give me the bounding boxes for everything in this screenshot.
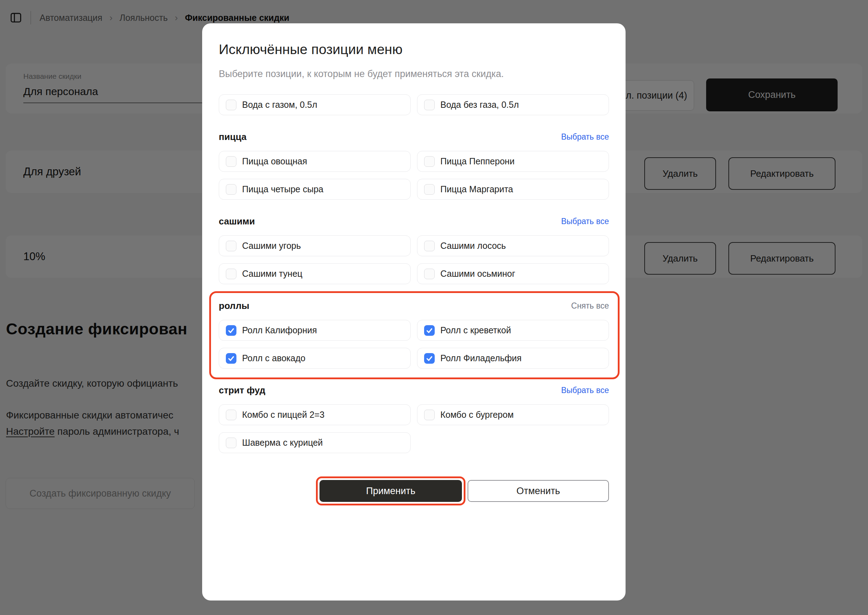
group-items-grid: Вода с газом, 0.5лВода без газа, 0.5л (219, 94, 609, 115)
checkbox-checked-icon[interactable] (424, 325, 435, 336)
group-items-grid: Ролл КалифорнияРолл с креветкойРолл с ав… (219, 320, 609, 368)
menu-item-checkbox-card[interactable]: Пицца Пепперони (417, 151, 609, 172)
checkbox-unchecked-icon[interactable] (226, 241, 236, 251)
select-all-link[interactable]: Выбрать все (561, 132, 609, 142)
menu-item-label: Пицца Пепперони (440, 156, 515, 167)
menu-item-label: Пицца Маргарита (440, 184, 513, 194)
modal-title: Исключённые позиции меню (219, 42, 609, 57)
menu-item-label: Ролл Калифорния (242, 325, 317, 336)
select-all-link[interactable]: Выбрать все (561, 217, 609, 226)
select-all-link[interactable]: Выбрать все (561, 386, 609, 395)
menu-group-пицца: пиццаВыбрать всеПицца овощнаяПицца Пеппе… (219, 131, 609, 200)
menu-group-стрит фуд: стрит фудВыбрать всеКомбо с пиццей 2=3Ко… (219, 385, 609, 453)
menu-group: Вода с газом, 0.5лВода без газа, 0.5л (219, 94, 609, 115)
group-header: сашимиВыбрать все (219, 216, 609, 227)
excluded-positions-modal: Исключённые позиции меню Выберите позици… (202, 23, 626, 601)
checkbox-unchecked-icon[interactable] (226, 100, 236, 110)
menu-item-checkbox-card[interactable]: Комбо с бургером (417, 404, 609, 425)
menu-item-label: Сашими тунец (242, 268, 303, 279)
checkbox-unchecked-icon[interactable] (424, 100, 435, 110)
group-header: стрит фудВыбрать все (219, 385, 609, 396)
checkbox-checked-icon[interactable] (226, 325, 236, 336)
modal-footer: Применить Отменить (219, 480, 609, 502)
checkbox-unchecked-icon[interactable] (424, 184, 435, 195)
menu-item-checkbox-card[interactable]: Сашими тунец (219, 263, 411, 284)
group-name: пицца (219, 131, 246, 142)
checkbox-unchecked-icon[interactable] (424, 241, 435, 251)
menu-item-label: Пицца четыре сыра (242, 184, 323, 194)
menu-item-label: Сашими лосось (440, 241, 506, 251)
checkbox-unchecked-icon[interactable] (424, 268, 435, 279)
menu-item-label: Ролл с креветкой (440, 325, 511, 336)
menu-item-checkbox-card[interactable]: Сашими осьминог (417, 263, 609, 284)
menu-item-checkbox-card[interactable]: Пицца четыре сыра (219, 179, 411, 200)
group-header: роллыСнять все (219, 300, 609, 311)
menu-item-checkbox-card[interactable]: Комбо с пиццей 2=3 (219, 404, 411, 425)
group-items-grid: Пицца овощнаяПицца ПепперониПицца четыре… (219, 151, 609, 200)
menu-group-сашими: сашимиВыбрать всеСашими угорьСашими лосо… (219, 216, 609, 284)
checkbox-unchecked-icon[interactable] (424, 410, 435, 420)
menu-item-checkbox-card[interactable]: Пицца овощная (219, 151, 411, 172)
menu-item-checkbox-card[interactable]: Сашими угорь (219, 236, 411, 256)
group-name: роллы (219, 300, 249, 311)
checkbox-unchecked-icon[interactable] (226, 437, 236, 448)
checkbox-unchecked-icon[interactable] (226, 184, 236, 195)
cancel-button[interactable]: Отменить (468, 480, 609, 502)
group-header: пиццаВыбрать все (219, 131, 609, 142)
checkbox-unchecked-icon[interactable] (424, 156, 435, 167)
group-name: стрит фуд (219, 385, 265, 396)
menu-item-checkbox-card[interactable]: Пицца Маргарита (417, 179, 609, 200)
menu-item-label: Ролл Филадельфия (440, 353, 521, 363)
page: Автоматизация›Лояльность›Фиксированные с… (0, 0, 868, 615)
group-items-grid: Комбо с пиццей 2=3Комбо с бургеромШаверм… (219, 404, 609, 453)
group-name: сашими (219, 216, 255, 227)
menu-item-checkbox-card[interactable]: Вода без газа, 0.5л (417, 94, 609, 115)
menu-item-checkbox-card[interactable]: Вода с газом, 0.5л (219, 94, 411, 115)
checkbox-checked-icon[interactable] (226, 353, 236, 364)
menu-item-checkbox-card[interactable]: Ролл с авокадо (219, 348, 411, 368)
menu-item-label: Пицца овощная (242, 156, 307, 167)
menu-item-label: Вода с газом, 0.5л (242, 100, 317, 110)
modal-subtitle: Выберите позиции, к которым не будет при… (219, 69, 609, 80)
apply-button[interactable]: Применить (320, 480, 462, 502)
menu-item-label: Шаверма с курицей (242, 437, 323, 448)
group-items-grid: Сашими угорьСашими лососьСашими тунецСаш… (219, 236, 609, 284)
apply-button-wrap: Применить (320, 480, 462, 502)
checkbox-unchecked-icon[interactable] (226, 410, 236, 420)
deselect-all-link[interactable]: Снять все (571, 301, 609, 311)
menu-item-checkbox-card[interactable]: Ролл Калифорния (219, 320, 411, 341)
menu-item-label: Сашими угорь (242, 241, 301, 251)
menu-groups: Вода с газом, 0.5лВода без газа, 0.5лпиц… (219, 80, 609, 453)
checkbox-checked-icon[interactable] (424, 353, 435, 364)
menu-item-checkbox-card[interactable]: Сашими лосось (417, 236, 609, 256)
menu-item-label: Ролл с авокадо (242, 353, 305, 363)
checkbox-unchecked-icon[interactable] (226, 268, 236, 279)
menu-item-checkbox-card[interactable]: Ролл с креветкой (417, 320, 609, 341)
menu-item-label: Комбо с бургером (440, 410, 514, 420)
menu-item-checkbox-card[interactable]: Ролл Филадельфия (417, 348, 609, 368)
checkbox-unchecked-icon[interactable] (226, 156, 236, 167)
menu-group-роллы: роллыСнять всеРолл КалифорнияРолл с крев… (219, 300, 609, 368)
menu-item-checkbox-card[interactable]: Шаверма с курицей (219, 432, 411, 453)
menu-item-label: Сашими осьминог (440, 268, 515, 279)
menu-item-label: Комбо с пиццей 2=3 (242, 410, 325, 420)
menu-item-label: Вода без газа, 0.5л (440, 100, 519, 110)
